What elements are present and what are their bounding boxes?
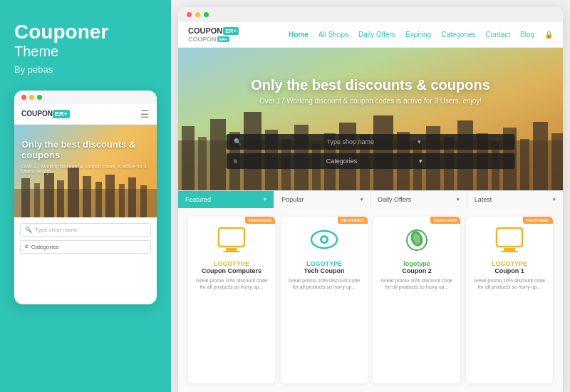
svg-rect-36: [551, 133, 563, 190]
desktop-categories-box[interactable]: ≡ Categories ▾: [227, 153, 515, 169]
card-desc-4: Great promo 10% discount code for all pr…: [473, 277, 546, 290]
chevron-down-icon: ▾: [264, 197, 266, 202]
svg-rect-39: [223, 251, 240, 252]
logo-text-2: LOGOTYPE: [306, 260, 342, 267]
hero-text-block: Only the best discounts & coupons Over 1…: [178, 76, 563, 105]
svg-point-42: [322, 237, 326, 242]
desktop-top-bar: [178, 7, 563, 22]
card-desc-1: Great promo 10% discount code for all pr…: [195, 277, 268, 290]
filter-daily-offers[interactable]: Daily Offers ▾: [371, 191, 467, 208]
svg-rect-7: [95, 182, 102, 217]
desktop-coupon-text-2: COUPON: [188, 36, 217, 43]
card-desc-2: Great promo 10% discount code for all pr…: [288, 277, 361, 290]
svg-rect-2: [34, 183, 40, 217]
nav-home[interactable]: Home: [289, 31, 309, 38]
desktop-logo: COUPONER+ COUPONER+: [188, 26, 239, 43]
logo-text-3: logotype: [403, 260, 430, 267]
menu-icon: ≡: [234, 158, 322, 165]
card-title-1: Coupon Computers: [202, 267, 261, 274]
svg-rect-34: [520, 139, 529, 190]
mobile-mockup: COUPONER+ ☰: [14, 91, 157, 304]
card-logo-1: [210, 224, 253, 256]
filter-latest[interactable]: Latest ▾: [467, 191, 563, 208]
desktop-nav: COUPONER+ COUPONER+ Home All Shops Daily…: [178, 22, 563, 48]
svg-rect-5: [68, 167, 79, 217]
filter-popular[interactable]: Popular ▾: [274, 191, 370, 208]
leaf-icon-green: [401, 227, 432, 254]
right-panel: COUPONER+ COUPONER+ Home All Shops Daily…: [171, 0, 570, 392]
hamburger-icon[interactable]: ☰: [140, 108, 150, 120]
minimize-dot: [29, 95, 34, 100]
card-logo-4: [488, 224, 531, 256]
svg-rect-1: [21, 178, 30, 217]
svg-rect-11: [140, 185, 147, 217]
dropdown-arrow-icon: ▾: [418, 138, 508, 145]
expand-dot: [204, 12, 209, 17]
er-badge: ER+: [53, 110, 70, 118]
featured-badge: FEATURED: [430, 217, 460, 224]
desktop-er-badge-2: ER+: [217, 36, 230, 42]
mobile-categories-box[interactable]: ≡ Categories: [20, 240, 151, 254]
mobile-hero: Only the best discounts & coupons Over 1…: [14, 125, 157, 217]
brand-title: Couponer Theme By pebas: [14, 21, 157, 91]
filter-featured[interactable]: Featured ▾: [178, 191, 274, 208]
nav-blog[interactable]: Blog: [520, 31, 534, 38]
svg-rect-38: [226, 248, 237, 251]
featured-badge: FEATURED: [523, 217, 553, 224]
desktop-search-box[interactable]: 🔍 Type shop name ▾: [227, 134, 515, 150]
svg-rect-48: [501, 251, 518, 252]
svg-rect-13: [182, 126, 195, 190]
svg-rect-47: [504, 248, 515, 251]
card-title-3: Coupon 2: [402, 267, 432, 274]
menu-icon: ≡: [25, 244, 28, 250]
tv-icon-yellow: [216, 227, 247, 254]
nav-daily-offers[interactable]: Daily Offers: [358, 31, 395, 38]
mobile-search: 🔍 Type shop name ≡ Categories: [14, 217, 157, 259]
close-dot: [21, 95, 26, 100]
svg-rect-6: [83, 176, 91, 217]
desktop-hero-bg: Only the best discounts & coupons Over 1…: [178, 48, 563, 190]
coupon-card-1[interactable]: FEATURED LOGOTYPE Coupon Computers Great…: [188, 217, 275, 383]
nav-categories[interactable]: Categories: [441, 31, 475, 38]
dropdown-arrow-icon-2: ▾: [419, 158, 507, 165]
svg-rect-3: [44, 173, 54, 217]
nav-contact[interactable]: Contact: [486, 31, 510, 38]
nav-expiring[interactable]: Expiring: [405, 31, 431, 38]
mobile-hero-bg: Only the best discounts & coupons Over 1…: [14, 125, 157, 217]
card-title-2: Tech Coupon: [304, 267, 345, 274]
mobile-nav: COUPONER+ ☰: [14, 104, 157, 125]
card-title-4: Coupon 1: [494, 267, 524, 274]
chevron-down-icon: ▾: [553, 197, 556, 202]
svg-rect-46: [497, 228, 522, 247]
svg-rect-35: [533, 122, 548, 190]
card-logo-3: [395, 224, 438, 256]
mobile-hero-text: Only the best discounts & coupons Over 1…: [21, 139, 150, 174]
desktop-er-badge: ER+: [223, 27, 239, 35]
search-icon: 🔍: [25, 227, 32, 233]
mobile-top-bar: [14, 91, 157, 104]
svg-rect-10: [128, 177, 136, 217]
logo-text-1: LOGOTYPE: [214, 260, 249, 267]
coupon-card-2[interactable]: FEATURED LOGOTYPE Tech Coupon Great prom…: [281, 217, 368, 383]
svg-rect-8: [105, 175, 115, 217]
coupon-card-4[interactable]: FEATURED LOGOTYPE Coupon 1 Great promo 1…: [466, 217, 553, 383]
card-desc-3: Great promo 10% discount code for all pr…: [380, 277, 453, 290]
minimize-dot: [195, 12, 200, 17]
left-panel: Couponer Theme By pebas COUPONER+ ☰: [0, 0, 171, 392]
coupon-card-3[interactable]: FEATURED logotype Coupon 2 Great promo 1…: [373, 217, 460, 383]
eye-icon-teal: [309, 227, 340, 254]
card-logo-2: [303, 224, 346, 256]
logo-text-4: LOGOTYPE: [492, 260, 527, 267]
mobile-logo: COUPONER+: [21, 110, 70, 118]
tv-icon-yellow-2: [494, 227, 525, 254]
svg-rect-37: [219, 228, 244, 247]
nav-all-shops[interactable]: All Shops: [318, 31, 348, 38]
svg-rect-4: [57, 180, 64, 217]
featured-badge: FEATURED: [338, 217, 368, 224]
desktop-nav-links: Home All Shops Daily Offers Expiring Cat…: [289, 31, 553, 38]
mobile-search-box[interactable]: 🔍 Type shop name: [20, 223, 151, 237]
cards-section: FEATURED LOGOTYPE Coupon Computers Great…: [178, 208, 563, 392]
user-icon[interactable]: 🔒: [544, 31, 553, 38]
chevron-down-icon: ▾: [457, 197, 460, 202]
filter-bar: Featured ▾ Popular ▾ Daily Offers ▾ Late…: [178, 190, 563, 208]
